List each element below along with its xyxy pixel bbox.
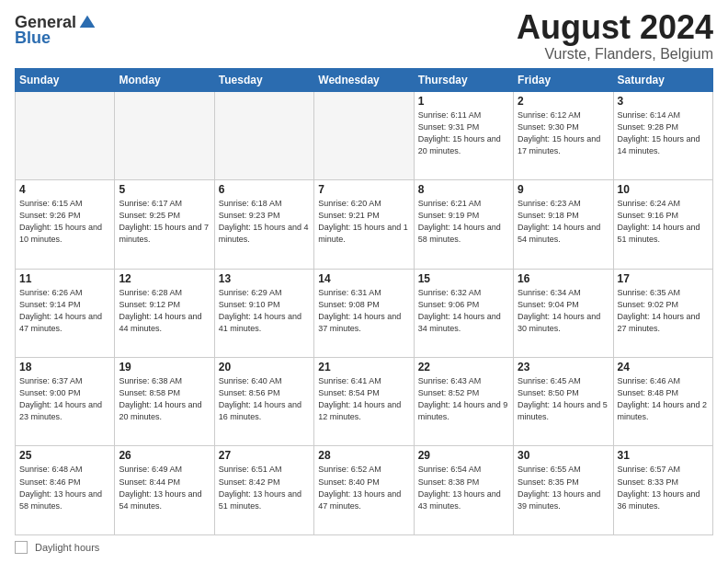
col-sunday: Sunday (16, 68, 115, 91)
calendar-cell: 7Sunrise: 6:20 AM Sunset: 9:21 PM Daylig… (314, 180, 414, 269)
day-info: Sunrise: 6:23 AM Sunset: 9:18 PM Dayligh… (518, 198, 609, 246)
subtitle: Vurste, Flanders, Belgium (517, 46, 713, 63)
daylight-legend-box (15, 541, 28, 554)
day-info: Sunrise: 6:37 AM Sunset: 9:00 PM Dayligh… (19, 375, 110, 423)
day-number: 6 (219, 183, 310, 196)
calendar-cell: 1Sunrise: 6:11 AM Sunset: 9:31 PM Daylig… (414, 91, 513, 179)
day-info: Sunrise: 6:40 AM Sunset: 8:56 PM Dayligh… (219, 375, 310, 423)
day-info: Sunrise: 6:17 AM Sunset: 9:25 PM Dayligh… (119, 198, 210, 246)
day-number: 1 (418, 95, 509, 108)
day-number: 4 (19, 183, 110, 196)
day-info: Sunrise: 6:31 AM Sunset: 9:08 PM Dayligh… (318, 287, 409, 335)
calendar-week-4: 18Sunrise: 6:37 AM Sunset: 9:00 PM Dayli… (16, 358, 713, 446)
day-info: Sunrise: 6:14 AM Sunset: 9:28 PM Dayligh… (618, 109, 709, 157)
day-number: 7 (318, 183, 409, 196)
day-info: Sunrise: 6:49 AM Sunset: 8:44 PM Dayligh… (119, 464, 210, 511)
day-info: Sunrise: 6:55 AM Sunset: 8:35 PM Dayligh… (518, 464, 609, 511)
day-info: Sunrise: 6:24 AM Sunset: 9:16 PM Dayligh… (618, 198, 709, 246)
calendar-week-3: 11Sunrise: 6:26 AM Sunset: 9:14 PM Dayli… (16, 269, 713, 357)
logo-icon (78, 14, 97, 32)
day-info: Sunrise: 6:28 AM Sunset: 9:12 PM Dayligh… (119, 287, 210, 335)
day-info: Sunrise: 6:51 AM Sunset: 8:42 PM Dayligh… (219, 464, 310, 511)
calendar-cell (314, 91, 414, 179)
calendar-cell: 25Sunrise: 6:48 AM Sunset: 8:46 PM Dayli… (16, 446, 115, 535)
calendar-cell: 20Sunrise: 6:40 AM Sunset: 8:56 PM Dayli… (214, 358, 313, 446)
page: General Blue August 2024 Vurste, Flander… (0, 0, 728, 563)
calendar-cell: 5Sunrise: 6:17 AM Sunset: 9:25 PM Daylig… (115, 180, 214, 269)
day-info: Sunrise: 6:21 AM Sunset: 9:19 PM Dayligh… (418, 198, 509, 246)
calendar-cell: 16Sunrise: 6:34 AM Sunset: 9:04 PM Dayli… (514, 269, 613, 357)
calendar-cell: 30Sunrise: 6:55 AM Sunset: 8:35 PM Dayli… (514, 446, 613, 535)
day-number: 3 (618, 95, 709, 108)
calendar-cell: 26Sunrise: 6:49 AM Sunset: 8:44 PM Dayli… (115, 446, 214, 535)
day-number: 30 (518, 449, 609, 462)
main-title: August 2024 (517, 9, 713, 46)
daylight-label: Daylight hours (35, 542, 99, 553)
day-number: 12 (119, 272, 210, 285)
day-info: Sunrise: 6:54 AM Sunset: 8:38 PM Dayligh… (418, 464, 509, 511)
calendar-cell: 24Sunrise: 6:46 AM Sunset: 8:48 PM Dayli… (613, 358, 712, 446)
day-info: Sunrise: 6:57 AM Sunset: 8:33 PM Dayligh… (618, 464, 709, 511)
calendar-cell: 9Sunrise: 6:23 AM Sunset: 9:18 PM Daylig… (514, 180, 613, 269)
day-number: 10 (618, 183, 709, 196)
calendar-cell: 15Sunrise: 6:32 AM Sunset: 9:06 PM Dayli… (414, 269, 513, 357)
calendar-cell: 2Sunrise: 6:12 AM Sunset: 9:30 PM Daylig… (514, 91, 613, 179)
calendar-cell: 8Sunrise: 6:21 AM Sunset: 9:19 PM Daylig… (414, 180, 513, 269)
day-number: 27 (219, 449, 310, 462)
day-info: Sunrise: 6:15 AM Sunset: 9:26 PM Dayligh… (19, 198, 110, 246)
day-info: Sunrise: 6:41 AM Sunset: 8:54 PM Dayligh… (318, 375, 409, 423)
day-number: 18 (19, 361, 110, 373)
calendar-cell: 3Sunrise: 6:14 AM Sunset: 9:28 PM Daylig… (613, 91, 712, 179)
calendar-cell: 18Sunrise: 6:37 AM Sunset: 9:00 PM Dayli… (16, 358, 115, 446)
footer: Daylight hours (15, 541, 713, 554)
day-number: 28 (318, 449, 409, 462)
day-number: 14 (318, 272, 409, 285)
day-number: 2 (518, 95, 609, 108)
col-wednesday: Wednesday (314, 68, 414, 91)
calendar-week-5: 25Sunrise: 6:48 AM Sunset: 8:46 PM Dayli… (16, 446, 713, 535)
day-info: Sunrise: 6:18 AM Sunset: 9:23 PM Dayligh… (219, 198, 310, 246)
calendar-cell: 21Sunrise: 6:41 AM Sunset: 8:54 PM Dayli… (314, 358, 414, 446)
day-info: Sunrise: 6:46 AM Sunset: 8:48 PM Dayligh… (618, 375, 709, 423)
day-info: Sunrise: 6:32 AM Sunset: 9:06 PM Dayligh… (418, 287, 509, 335)
day-info: Sunrise: 6:12 AM Sunset: 9:30 PM Dayligh… (518, 109, 609, 157)
logo: General Blue (15, 13, 97, 48)
day-number: 13 (219, 272, 310, 285)
col-thursday: Thursday (414, 68, 513, 91)
day-info: Sunrise: 6:20 AM Sunset: 9:21 PM Dayligh… (318, 198, 409, 246)
calendar-cell: 12Sunrise: 6:28 AM Sunset: 9:12 PM Dayli… (115, 269, 214, 357)
day-info: Sunrise: 6:45 AM Sunset: 8:50 PM Dayligh… (518, 375, 609, 423)
calendar-cell (214, 91, 313, 179)
day-info: Sunrise: 6:11 AM Sunset: 9:31 PM Dayligh… (418, 109, 509, 157)
day-number: 16 (518, 272, 609, 285)
day-number: 19 (119, 361, 210, 373)
day-number: 26 (119, 449, 210, 462)
calendar-header-row: Sunday Monday Tuesday Wednesday Thursday… (16, 68, 713, 91)
calendar-cell: 22Sunrise: 6:43 AM Sunset: 8:52 PM Dayli… (414, 358, 513, 446)
calendar-cell (115, 91, 214, 179)
day-number: 5 (119, 183, 210, 196)
day-info: Sunrise: 6:35 AM Sunset: 9:02 PM Dayligh… (618, 287, 709, 335)
calendar-cell: 17Sunrise: 6:35 AM Sunset: 9:02 PM Dayli… (613, 269, 712, 357)
header: General Blue August 2024 Vurste, Flander… (15, 9, 713, 63)
calendar-cell: 27Sunrise: 6:51 AM Sunset: 8:42 PM Dayli… (214, 446, 313, 535)
calendar-cell: 23Sunrise: 6:45 AM Sunset: 8:50 PM Dayli… (514, 358, 613, 446)
day-number: 9 (518, 183, 609, 196)
title-block: August 2024 Vurste, Flanders, Belgium (517, 9, 713, 63)
day-info: Sunrise: 6:34 AM Sunset: 9:04 PM Dayligh… (518, 287, 609, 335)
day-info: Sunrise: 6:38 AM Sunset: 8:58 PM Dayligh… (119, 375, 210, 423)
day-number: 17 (618, 272, 709, 285)
calendar-cell (16, 91, 115, 179)
day-number: 20 (219, 361, 310, 373)
day-info: Sunrise: 6:52 AM Sunset: 8:40 PM Dayligh… (318, 464, 409, 511)
col-monday: Monday (115, 68, 214, 91)
day-number: 25 (19, 449, 110, 462)
calendar-cell: 6Sunrise: 6:18 AM Sunset: 9:23 PM Daylig… (214, 180, 313, 269)
calendar-cell: 14Sunrise: 6:31 AM Sunset: 9:08 PM Dayli… (314, 269, 414, 357)
calendar-cell: 29Sunrise: 6:54 AM Sunset: 8:38 PM Dayli… (414, 446, 513, 535)
day-number: 29 (418, 449, 509, 462)
day-number: 8 (418, 183, 509, 196)
day-info: Sunrise: 6:29 AM Sunset: 9:10 PM Dayligh… (219, 287, 310, 335)
day-number: 31 (618, 449, 709, 462)
calendar-week-1: 1Sunrise: 6:11 AM Sunset: 9:31 PM Daylig… (16, 91, 713, 179)
